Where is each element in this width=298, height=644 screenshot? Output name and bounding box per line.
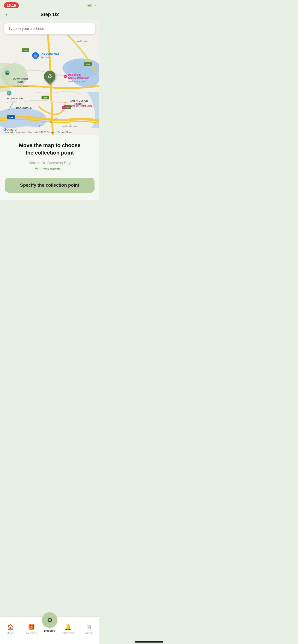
map-container[interactable]: D86 D68 D72 D71 E44 30 28 25 27 DOWNTOWN… xyxy=(0,20,99,135)
back-button[interactable]: ← xyxy=(4,10,12,19)
keyboard-shortcuts: Keyboard shortcuts xyxy=(5,131,26,134)
map-search-container[interactable] xyxy=(4,23,95,34)
map-attribution: Keyboard shortcuts Map data ©2023 Google… xyxy=(0,131,99,134)
svg-text:🏬: 🏬 xyxy=(34,54,37,58)
svg-text:شارع رأس الخور: شارع رأس الخور xyxy=(62,124,77,128)
pin-icon: ♻ xyxy=(47,73,52,80)
svg-text:DUBAI: DUBAI xyxy=(17,81,24,84)
svg-text:Millennium: Millennium xyxy=(68,74,81,76)
svg-text:DOWNTOWN: DOWNTOWN xyxy=(13,78,28,80)
svg-text:Central Downtown: Central Downtown xyxy=(68,77,89,79)
terms-of-use: Terms of Use xyxy=(57,131,72,134)
svg-text:D68: D68 xyxy=(86,63,90,66)
svg-text:28: 28 xyxy=(50,121,52,123)
status-bar: 15:16 ⚡ xyxy=(0,0,99,10)
page-header: ← Step 1/2 xyxy=(0,10,99,20)
svg-text:BAY SQUARE: BAY SQUARE xyxy=(16,106,32,109)
map-data: Map data ©2023 Google xyxy=(28,131,54,134)
specify-collection-button[interactable]: Specify the collection point xyxy=(5,178,95,192)
svg-text:🗿: 🗿 xyxy=(8,92,11,95)
svg-text:H: H xyxy=(65,76,66,78)
address-display: Marasi Dr, Business Bay xyxy=(5,161,95,165)
svg-text:30: 30 xyxy=(55,118,58,120)
svg-text:شارع الأصيل: شارع الأصيل xyxy=(76,40,88,42)
svg-text:وسط مدينة دبي: وسط مدينة دبي xyxy=(13,85,28,88)
svg-text:Paramount Hotel Dubai: Paramount Hotel Dubai xyxy=(67,105,93,107)
svg-text:D86: D86 xyxy=(24,50,27,52)
svg-text:فندق إم وسط المدينة: فندق إم وسط المدينة xyxy=(68,80,85,82)
battery-icon: ⚡ xyxy=(88,4,95,7)
content-area: Move the map to choose the collection po… xyxy=(0,135,99,200)
page-title: Step 1/2 xyxy=(41,12,59,17)
collection-instruction: Move the map to choose the collection po… xyxy=(5,142,95,157)
address-search-input[interactable] xyxy=(4,23,95,34)
svg-text:The Dubai Mall: The Dubai Mall xyxy=(40,52,59,55)
address-status: Address covered. xyxy=(5,167,95,171)
svg-text:📷: 📷 xyxy=(6,72,9,75)
center-map-pin: ♻ xyxy=(44,71,55,82)
svg-text:E44: E44 xyxy=(9,116,13,118)
svg-text:H: H xyxy=(63,106,65,109)
svg-text:D72: D72 xyxy=(44,97,47,99)
pin-dot xyxy=(49,82,51,84)
svg-text:BUSINESS BAY: BUSINESS BAY xyxy=(7,97,23,100)
svg-text:دبي مول: دبي مول xyxy=(40,56,49,59)
svg-text:DUBAI DESIGN: DUBAI DESIGN xyxy=(71,100,88,102)
svg-text:25: 25 xyxy=(42,121,44,124)
status-time: 15:16 xyxy=(4,2,19,8)
svg-text:27: 27 xyxy=(39,125,42,127)
